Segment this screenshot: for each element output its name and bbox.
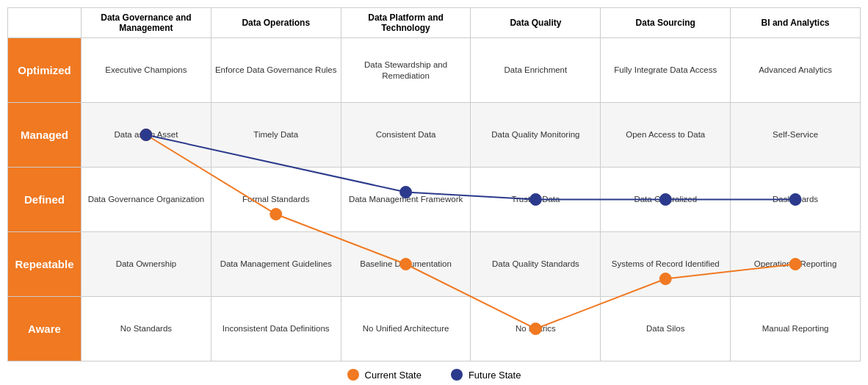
cell-4-0: No Standards <box>82 297 211 361</box>
cell-3-4: Systems of Record Identified <box>601 232 731 297</box>
cell-text-4-0: No Standards <box>120 324 172 333</box>
table-row: OptimizedExecutive ChampionsEnforce Data… <box>8 38 861 103</box>
cell-text-1-0: Data as an Asset <box>114 130 178 139</box>
cell-text-0-0: Executive Champions <box>105 65 187 74</box>
cell-1-2: Consistent Data <box>341 103 471 168</box>
future-state-label: Future State <box>469 370 521 381</box>
cell-4-5: Manual Reporting <box>731 297 861 361</box>
cell-0-5: Advanced Analytics <box>731 38 861 103</box>
future-state-legend: Future State <box>451 369 521 381</box>
cell-text-4-3: No Metrics <box>516 324 556 333</box>
cell-1-3: Data Quality Monitoring <box>471 103 601 168</box>
table-row: RepeatableData OwnershipData Management … <box>8 232 861 297</box>
header-col6: BI and Analytics <box>731 8 861 38</box>
header-col1: Data Governance and Management <box>82 8 211 38</box>
level-aware: Aware <box>8 297 82 361</box>
cell-text-2-2: Data Management Framework <box>349 195 463 204</box>
header-col3: Data Platform and Technology <box>341 8 471 38</box>
cell-text-3-3: Data Quality Standards <box>492 259 579 268</box>
cell-text-0-1: Enforce Data Governance Rules <box>215 65 337 74</box>
cell-3-5: Operational Reporting <box>731 232 861 297</box>
header-row: Data Governance and Management Data Oper… <box>8 8 861 38</box>
cell-text-3-5: Operational Reporting <box>754 259 837 268</box>
level-managed: Managed <box>8 103 82 168</box>
header-empty <box>8 8 82 38</box>
cell-3-2: Baseline Documentation <box>341 232 471 297</box>
header-col2: Data Operations <box>211 8 341 38</box>
table-row: DefinedData Governance OrganizationForma… <box>8 168 861 232</box>
cell-text-0-3: Data Enrichment <box>504 65 568 74</box>
cell-text-4-5: Manual Reporting <box>762 324 829 333</box>
cell-4-1: Inconsistent Data Definitions <box>211 297 341 361</box>
cell-text-2-0: Data Governance Organization <box>88 195 205 204</box>
future-state-dot <box>451 369 463 381</box>
cell-4-2: No Unified Architecture <box>341 297 471 361</box>
current-state-dot <box>347 369 359 381</box>
level-optimized: Optimized <box>8 38 82 103</box>
level-defined: Defined <box>8 168 82 232</box>
cell-text-1-4: Open Access to Data <box>626 130 705 139</box>
cell-text-3-0: Data Ownership <box>116 259 176 268</box>
cell-4-3: No Metrics <box>471 297 601 361</box>
cell-text-1-2: Consistent Data <box>376 130 436 139</box>
cell-text-0-2: Data Stewardship and Remediation <box>364 60 447 80</box>
cell-text-2-4: Data Centralized <box>634 195 697 204</box>
cell-3-1: Data Management Guidelines <box>211 232 341 297</box>
cell-text-4-4: Data Silos <box>646 324 684 333</box>
cell-text-0-4: Fully Integrate Data Access <box>614 65 717 74</box>
cell-2-3: Trusted Data <box>471 168 601 232</box>
cell-1-4: Open Access to Data <box>601 103 731 168</box>
cell-text-0-5: Advanced Analytics <box>759 65 832 74</box>
cell-text-1-1: Timely Data <box>253 130 298 139</box>
cell-text-1-3: Data Quality Monitoring <box>491 130 579 139</box>
cell-2-2: Data Management Framework <box>341 168 471 232</box>
cell-3-3: Data Quality Standards <box>471 232 601 297</box>
cell-2-5: Dashboards <box>731 168 861 232</box>
header-col5: Data Sourcing <box>601 8 731 38</box>
maturity-table: Data Governance and Management Data Oper… <box>7 7 861 361</box>
header-col4: Data Quality <box>471 8 601 38</box>
cell-2-1: Formal Standards <box>211 168 341 232</box>
cell-text-4-1: Inconsistent Data Definitions <box>223 324 330 333</box>
cell-text-3-1: Data Management Guidelines <box>220 259 332 268</box>
cell-1-5: Self-Service <box>731 103 861 168</box>
level-repeatable: Repeatable <box>8 232 82 297</box>
cell-0-2: Data Stewardship and Remediation <box>341 38 471 103</box>
cell-0-1: Enforce Data Governance Rules <box>211 38 341 103</box>
cell-text-2-3: Trusted Data <box>511 195 560 204</box>
cell-text-2-1: Formal Standards <box>242 195 309 204</box>
cell-4-4: Data Silos <box>601 297 731 361</box>
cell-text-4-2: No Unified Architecture <box>363 324 449 333</box>
cell-text-1-5: Self-Service <box>773 130 818 139</box>
cell-1-1: Timely Data <box>211 103 341 168</box>
cell-0-4: Fully Integrate Data Access <box>601 38 731 103</box>
cell-1-0: Data as an Asset <box>82 103 211 168</box>
legend: Current State Future State <box>7 369 861 381</box>
current-state-legend: Current State <box>347 369 422 381</box>
table-row: ManagedData as an AssetTimely DataConsis… <box>8 103 861 168</box>
cell-2-4: Data Centralized <box>601 168 731 232</box>
table-row: AwareNo StandardsInconsistent Data Defin… <box>8 297 861 361</box>
cell-0-0: Executive Champions <box>82 38 211 103</box>
cell-3-0: Data Ownership <box>82 232 211 297</box>
cell-2-0: Data Governance Organization <box>82 168 211 232</box>
current-state-label: Current State <box>365 370 422 381</box>
cell-text-3-2: Baseline Documentation <box>360 259 452 268</box>
cell-text-3-4: Systems of Record Identified <box>612 259 720 268</box>
cell-text-2-5: Dashboards <box>773 195 818 204</box>
main-container: Data Governance and Management Data Oper… <box>0 0 868 385</box>
chart-wrapper: Data Governance and Management Data Oper… <box>7 7 861 361</box>
cell-0-3: Data Enrichment <box>471 38 601 103</box>
